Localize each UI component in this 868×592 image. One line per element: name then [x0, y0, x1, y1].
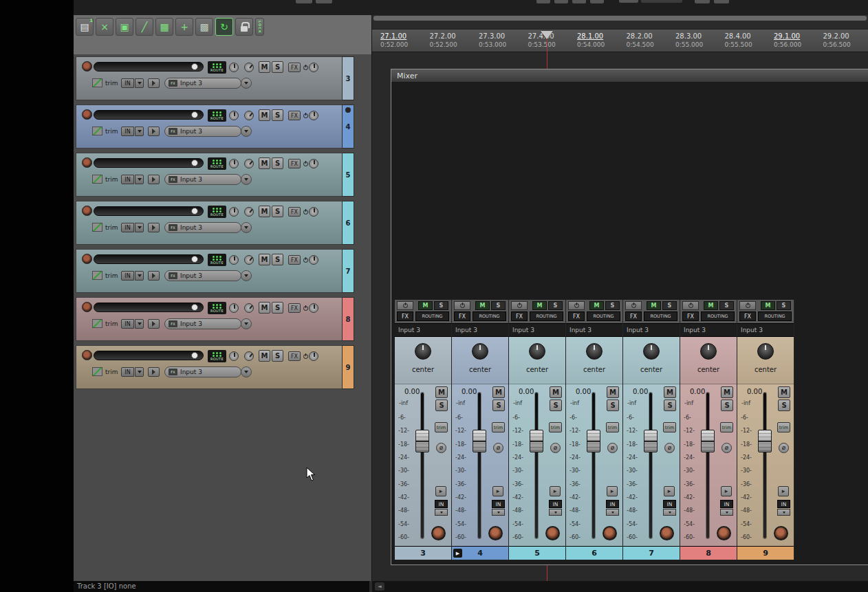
clipped-toolbar-button[interactable] [695, 0, 710, 3]
send-arrow-button[interactable]: ▸ [607, 486, 618, 496]
mixer-title-bar[interactable]: Mixer [391, 69, 868, 83]
pan-knob[interactable] [757, 343, 774, 360]
track-number[interactable]: 8 [342, 297, 354, 341]
clipped-toolbar-button[interactable] [641, 0, 682, 3]
pan-knob[interactable] [244, 159, 254, 168]
input-source-dropdown[interactable] [241, 270, 252, 281]
input-monitor-dropdown[interactable] [549, 509, 562, 516]
timeline-label[interactable]: 28.2.00 0:54.500 [627, 32, 654, 49]
record-arm-button[interactable] [82, 157, 92, 168]
phase-button[interactable]: ø [779, 443, 789, 453]
monitor-button[interactable] [148, 127, 160, 136]
input-source-dropdown[interactable] [241, 126, 252, 137]
send-arrow-button[interactable]: ▸ [664, 486, 675, 496]
input-monitor-button[interactable]: IN [606, 500, 619, 508]
volume-fader-handle[interactable] [191, 111, 198, 118]
trim-button[interactable]: trim [777, 422, 790, 432]
mute-button[interactable]: M [761, 301, 775, 310]
volume-fader-handle[interactable] [191, 256, 198, 263]
clipped-toolbar-button[interactable] [572, 0, 586, 3]
track-row[interactable]: ROUTE M S FX trim IN FX Input 3 3 [76, 56, 354, 100]
trim-button[interactable]: trim [606, 422, 619, 432]
volume-fader-handle[interactable] [191, 160, 198, 166]
input-dropdown[interactable] [135, 367, 144, 377]
envelope-icon[interactable] [92, 175, 102, 184]
input-source[interactable]: FX Input 3 [164, 222, 241, 233]
input-monitor-button[interactable]: IN [777, 500, 790, 508]
input-dropdown[interactable] [135, 78, 144, 88]
track-number[interactable]: 5 [342, 153, 354, 197]
timeline-label[interactable]: 27.1.00 0:52.000 [380, 32, 408, 49]
pan-knob[interactable] [529, 343, 545, 360]
input-monitor-button[interactable]: IN [549, 500, 562, 508]
horizontal-scrollbar[interactable] [372, 15, 868, 21]
volume-fader[interactable] [94, 110, 204, 120]
env-knob[interactable] [229, 303, 239, 313]
input-source-dropdown[interactable] [241, 222, 252, 233]
wet-dry-knob[interactable] [309, 351, 318, 361]
fader-handle[interactable] [758, 430, 772, 452]
solo-button[interactable]: S [272, 206, 283, 217]
mixer-strip[interactable]: FX M S ROUTING Input 3 center 0.00 M S -… [737, 300, 794, 560]
fx-button[interactable]: FX [397, 311, 413, 321]
record-arm-button[interactable] [545, 526, 560, 540]
grid-icon[interactable]: ▦ [155, 18, 173, 36]
volume-fader-handle[interactable] [191, 352, 198, 359]
fx-bypass-button[interactable] [625, 301, 642, 310]
volume-fader-handle[interactable] [191, 304, 198, 311]
strip-number[interactable]: ▶ 3 [395, 546, 451, 560]
route-button[interactable]: ROUTE [208, 350, 226, 362]
record-arm-button[interactable] [82, 302, 92, 312]
input-dropdown[interactable] [135, 175, 144, 184]
mixer-strip[interactable]: FX M S ROUTING Input 3 center 0.00 M S -… [623, 300, 680, 560]
clipped-toolbar-button[interactable] [316, 0, 332, 3]
volume-fader[interactable] [94, 158, 204, 168]
input-selector[interactable]: Input 3 [509, 323, 565, 337]
phase-button[interactable]: ø [664, 443, 675, 453]
input-source[interactable]: FX Input 3 [164, 78, 241, 89]
snap-grid-icon[interactable]: ▩ [195, 18, 213, 36]
record-arm-button[interactable] [660, 526, 674, 540]
wet-dry-knob[interactable] [309, 303, 318, 313]
mute-button[interactable]: M [259, 350, 270, 362]
fx-bypass-button[interactable] [511, 301, 528, 310]
input-source-dropdown[interactable] [241, 78, 252, 89]
track-number[interactable]: 4 [342, 105, 354, 149]
monitor-button[interactable] [148, 367, 160, 377]
send-arrow-button[interactable]: ▸ [550, 486, 561, 496]
mute-button[interactable]: M [259, 61, 270, 73]
scroll-left-button[interactable]: ◄ [375, 582, 384, 591]
pan-knob[interactable] [700, 343, 717, 360]
solo-button[interactable]: S [272, 109, 283, 121]
pan-knob[interactable] [244, 255, 254, 265]
fx-button[interactable]: FX [288, 303, 301, 313]
solo-button[interactable]: S [777, 301, 791, 310]
phase-button[interactable]: ø [493, 443, 503, 453]
scrollbar-handle[interactable] [373, 16, 867, 21]
routing-button[interactable]: ROUTING [587, 311, 620, 321]
input-source-dropdown[interactable] [241, 366, 252, 377]
routing-button[interactable]: ROUTING [701, 311, 735, 321]
track-row[interactable]: ROUTE M S FX trim IN FX Input 3 6 [76, 201, 354, 245]
input-selector[interactable]: Input 3 [452, 323, 508, 337]
input-monitor-button[interactable]: IN [492, 500, 505, 508]
clipped-toolbar-button[interactable] [619, 0, 638, 3]
record-arm-button[interactable] [82, 254, 92, 264]
timeline-label[interactable]: 28.1.00 0:54.000 [577, 32, 605, 49]
clipped-toolbar-button[interactable] [296, 0, 312, 3]
timeline-label[interactable]: 29.2.00 0:56.500 [823, 32, 851, 49]
track-number[interactable]: 6 [342, 201, 354, 245]
fader-handle[interactable] [644, 430, 658, 452]
input-selector[interactable]: Input 3 [623, 323, 680, 337]
input-selector[interactable]: Input 3 [737, 323, 794, 337]
volume-fader-handle[interactable] [191, 63, 198, 70]
route-button[interactable]: ROUTE [208, 302, 226, 314]
trim-button[interactable]: trim [663, 422, 676, 432]
record-arm-button[interactable] [488, 526, 503, 540]
fx-bypass-button[interactable] [682, 301, 699, 310]
solo-button[interactable]: S [272, 350, 283, 362]
envelope-icon[interactable] [92, 367, 102, 376]
mixer-strip[interactable]: FX M S ROUTING Input 3 center 0.00 M S -… [566, 300, 623, 560]
solo-button[interactable]: S [605, 301, 620, 310]
strip-number[interactable]: ▶ 7 [623, 546, 680, 560]
